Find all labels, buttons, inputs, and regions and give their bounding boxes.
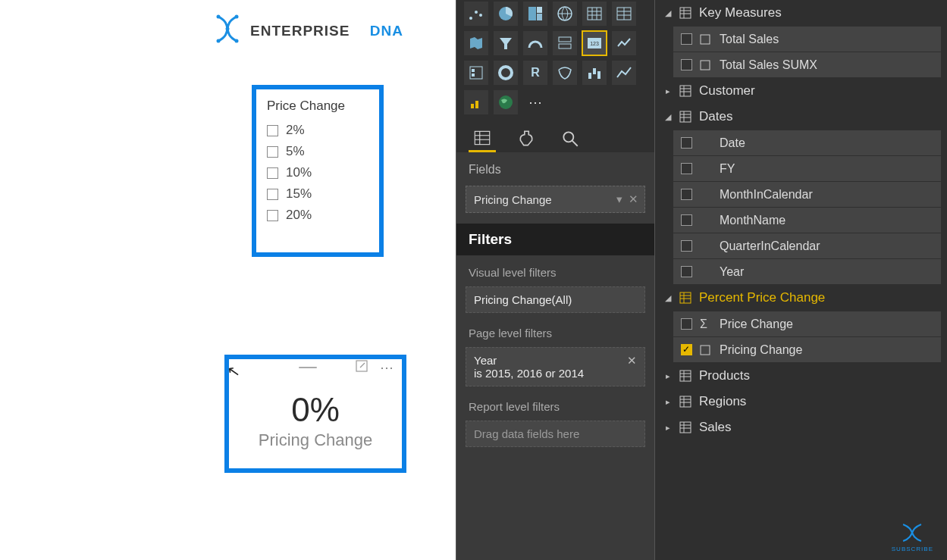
slicer-item[interactable]: 2%	[267, 120, 368, 141]
pricing-change-card[interactable]: ⋯ 0% Pricing Change	[224, 355, 406, 473]
checkbox-icon[interactable]	[681, 163, 692, 174]
checkbox-icon[interactable]	[681, 137, 692, 149]
focus-mode-icon[interactable]	[356, 360, 368, 375]
close-icon[interactable]: ✕	[627, 354, 637, 368]
viz-gauge-icon[interactable]	[523, 31, 547, 55]
page-filter[interactable]: Year is 2015, 2016 or 2014 ✕	[466, 347, 645, 386]
checkbox-icon[interactable]	[681, 33, 692, 45]
report-filter-dropzone[interactable]: Drag data fields here	[466, 421, 645, 447]
table-regions[interactable]: ▸ Regions	[655, 389, 947, 415]
viz-r-visual-icon[interactable]: R	[523, 61, 547, 85]
checkbox-icon[interactable]	[267, 210, 278, 221]
field-quarterincalendar[interactable]: QuarterInCalendar	[673, 233, 941, 258]
viz-scatter-icon[interactable]	[464, 2, 488, 26]
field-monthincalendar[interactable]: MonthInCalendar	[673, 182, 941, 207]
viz-arcgis-icon[interactable]	[553, 61, 577, 85]
subscribe-badge[interactable]: SUBSCRIBE	[892, 521, 933, 552]
card-label: Pricing Change	[229, 430, 402, 450]
field-fy[interactable]: FY	[673, 156, 941, 181]
report-canvas[interactable]: ENTERPRISE DNA Price Change 2% 5% 10% 15…	[0, 0, 456, 560]
expand-icon[interactable]: ▸	[664, 86, 672, 96]
field-year[interactable]: Year	[673, 259, 941, 284]
sigma-icon: Σ	[700, 318, 712, 331]
svg-rect-37	[680, 86, 691, 96]
svg-rect-41	[680, 371, 691, 381]
svg-rect-22	[472, 74, 475, 77]
table-sales[interactable]: ▸ Sales	[655, 415, 947, 440]
checkbox-icon[interactable]	[681, 189, 692, 200]
viz-donut-icon[interactable]	[494, 61, 518, 85]
field-date[interactable]: Date	[673, 130, 941, 155]
slicer-item[interactable]: 15%	[267, 183, 368, 205]
viz-treemap-icon[interactable]	[523, 2, 547, 26]
tab-fields-icon[interactable]	[469, 125, 496, 152]
measure-icon	[700, 345, 712, 355]
expand-icon[interactable]: ▸	[664, 423, 672, 433]
checkbox-checked-icon[interactable]	[681, 344, 692, 355]
viz-waterfall-icon[interactable]	[582, 61, 607, 85]
field-well-value[interactable]: Pricing Change ▾ ✕	[466, 186, 645, 213]
checkbox-icon[interactable]	[681, 266, 692, 277]
close-icon[interactable]: ✕	[629, 192, 638, 206]
viz-multirow-card-icon[interactable]	[553, 31, 577, 55]
field-total-sales-sumx[interactable]: Total Sales SUMX	[673, 52, 941, 77]
tab-analytics-icon[interactable]	[557, 125, 584, 152]
price-change-slicer[interactable]: Price Change 2% 5% 10% 15% 20%	[252, 85, 384, 257]
visual-filter[interactable]: Pricing Change(All)	[466, 286, 645, 313]
drag-grip-icon[interactable]	[299, 367, 317, 368]
viz-funnel-icon[interactable]	[494, 31, 518, 55]
viz-card-icon[interactable]: 123	[582, 31, 607, 55]
table-dates[interactable]: ◢ Dates	[655, 104, 947, 130]
svg-text:123: 123	[590, 41, 599, 46]
table-icon	[679, 421, 691, 433]
checkbox-icon[interactable]	[681, 214, 692, 226]
field-total-sales[interactable]: Total Sales	[673, 27, 941, 52]
svg-rect-17	[559, 44, 571, 48]
viz-map-icon[interactable]	[553, 2, 577, 26]
checkbox-icon[interactable]	[267, 167, 278, 179]
tab-format-icon[interactable]	[513, 125, 540, 152]
viz-filled-map-icon[interactable]	[464, 31, 488, 55]
field-price-change[interactable]: ΣPrice Change	[673, 311, 941, 336]
chevron-down-icon[interactable]: ▾	[616, 192, 622, 206]
collapse-icon[interactable]: ◢	[664, 293, 672, 303]
viz-slicer-icon[interactable]	[464, 61, 488, 85]
table-customer[interactable]: ▸ Customer	[655, 78, 947, 104]
viz-globe-icon[interactable]	[494, 90, 518, 114]
field-monthname[interactable]: MonthName	[673, 208, 941, 233]
slicer-item[interactable]: 20%	[267, 205, 368, 226]
table-icon	[679, 370, 691, 382]
checkbox-icon[interactable]	[267, 189, 278, 200]
checkbox-icon[interactable]	[681, 59, 692, 70]
slicer-item[interactable]: 10%	[267, 162, 368, 183]
checkbox-icon[interactable]	[681, 318, 692, 330]
table-percent-price-change[interactable]: ◢ Percent Price Change	[655, 285, 947, 311]
svg-point-1	[235, 15, 239, 19]
visualizations-gallery: 123 R ⋯	[456, 0, 654, 119]
viz-matrix-icon[interactable]	[612, 2, 636, 26]
collapse-icon[interactable]: ◢	[664, 8, 672, 18]
viz-pie-icon[interactable]	[494, 2, 518, 26]
field-pricing-change[interactable]: Pricing Change	[673, 337, 941, 362]
checkbox-icon[interactable]	[681, 240, 692, 252]
table-products[interactable]: ▸ Products	[655, 363, 947, 389]
viz-more-icon[interactable]: ⋯	[523, 90, 547, 114]
checkbox-icon[interactable]	[267, 146, 278, 158]
collapse-icon[interactable]: ◢	[664, 112, 672, 122]
logo-text-2: DNA	[370, 23, 403, 39]
svg-rect-42	[680, 396, 691, 407]
svg-rect-29	[475, 101, 478, 108]
slicer-item[interactable]: 5%	[267, 141, 368, 162]
table-key-measures[interactable]: ◢ Key Measures	[655, 0, 947, 26]
viz-combo-icon[interactable]	[464, 90, 488, 114]
svg-rect-38	[680, 111, 691, 122]
svg-point-0	[217, 15, 221, 19]
viz-kpi-icon[interactable]	[612, 31, 636, 55]
viz-table-icon[interactable]	[582, 2, 607, 26]
expand-icon[interactable]: ▸	[664, 397, 672, 407]
property-tabs	[456, 119, 654, 152]
more-options-icon[interactable]: ⋯	[380, 359, 394, 376]
expand-icon[interactable]: ▸	[664, 371, 672, 381]
checkbox-icon[interactable]	[267, 125, 278, 136]
viz-line-icon[interactable]	[612, 61, 636, 85]
